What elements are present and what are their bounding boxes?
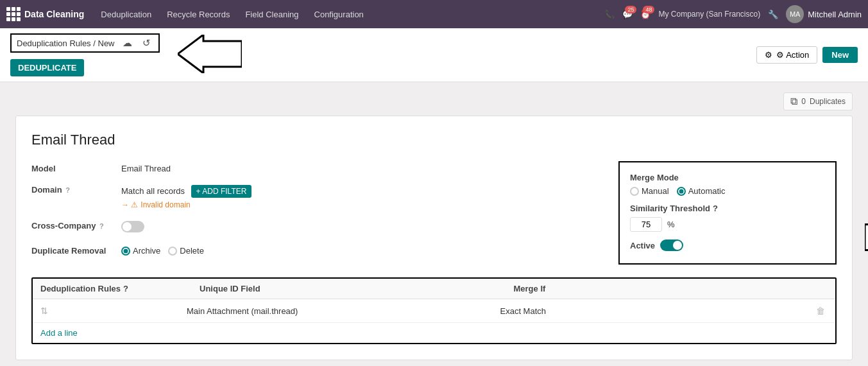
- cross-company-field-row: Cross-Company ?: [31, 218, 593, 234]
- domain-value: Match all records + ADD FILTER → ⚠ Inval…: [121, 182, 593, 209]
- manual-radio[interactable]: Manual: [630, 186, 669, 196]
- form-body: Model Email Thread Domain ? Match all re…: [31, 161, 837, 265]
- merge-mode-radio-group: Manual Automatic: [630, 186, 825, 196]
- form-card: Email Thread Model Email Thread Domain ?…: [15, 116, 853, 360]
- uid-field-value[interactable]: Main Attachment (mail.thread): [182, 306, 500, 316]
- archive-label: Archive: [133, 246, 160, 256]
- dedup-table-header: Deduplication Rules ? Unique ID Field Me…: [33, 279, 835, 299]
- chat-badge: 25: [625, 6, 636, 13]
- cross-company-help-icon[interactable]: ?: [99, 222, 104, 230]
- similarity-row: Similarity Threshold ? %: [630, 204, 825, 232]
- col-rules-header: Deduplication Rules ?: [40, 284, 194, 293]
- delete-radio[interactable]: Delete: [168, 246, 204, 256]
- phone-icon: 📞: [604, 10, 615, 19]
- domain-label: Domain ?: [31, 182, 121, 195]
- duplicates-widget[interactable]: ⧉ 0 Duplicates: [783, 92, 853, 110]
- undo-button[interactable]: ↺: [140, 36, 153, 50]
- active-label: Active: [630, 241, 655, 250]
- manual-label: Manual: [642, 186, 669, 196]
- duplicates-bar: ⧉ 0 Duplicates: [15, 92, 853, 110]
- main-content: ⧉ 0 Duplicates Email Thread Model Email …: [0, 82, 868, 366]
- active-toggle[interactable]: [660, 240, 683, 251]
- breadcrumb-current: New: [98, 39, 115, 48]
- delete-radio-indicator: [168, 247, 177, 256]
- add-filter-button[interactable]: + ADD FILTER: [191, 185, 252, 198]
- automatic-radio[interactable]: Automatic: [677, 186, 726, 196]
- avatar: MA: [786, 5, 804, 23]
- domain-help-icon[interactable]: ?: [65, 186, 70, 194]
- dedup-rules-help-icon[interactable]: ?: [123, 284, 128, 293]
- delete-row-button[interactable]: 🗑: [813, 304, 828, 317]
- cross-company-toggle[interactable]: [121, 221, 144, 232]
- cross-company-value: [121, 218, 593, 234]
- domain-match-text: Match all records: [121, 186, 185, 196]
- menu-field-cleaning[interactable]: Field Cleaning: [239, 7, 305, 22]
- phone-icon-btn[interactable]: 📞: [604, 10, 615, 19]
- tools-icon-btn[interactable]: 🔧: [768, 10, 778, 19]
- form-left: Model Email Thread Domain ? Match all re…: [31, 161, 593, 265]
- duplicates-count: 0: [801, 97, 806, 106]
- left-arrow-annotation: [178, 35, 242, 75]
- delete-label: Delete: [180, 246, 204, 256]
- duplicate-removal-field-row: Duplicate Removal Archive Delete: [31, 243, 593, 256]
- add-line-row: Add a line: [33, 323, 835, 343]
- warning-icon: → ⚠: [121, 200, 138, 209]
- col-merge-header: Merge If: [514, 284, 828, 293]
- automatic-radio-indicator: [677, 187, 686, 196]
- active-row: Active: [630, 240, 825, 251]
- add-line-button[interactable]: Add a line: [40, 328, 78, 338]
- dedup-rules-section: Deduplication Rules ? Unique ID Field Me…: [31, 277, 837, 344]
- similarity-value-row: %: [630, 217, 825, 232]
- app-name: Data Cleaning: [24, 9, 84, 19]
- copy-icon: ⧉: [790, 96, 797, 107]
- page-title: Email Thread: [31, 132, 837, 148]
- breadcrumb-separator: /: [93, 39, 96, 48]
- top-menu: Deduplication Recycle Records Field Clea…: [94, 7, 604, 22]
- merge-if-value[interactable]: Exact Match: [500, 306, 814, 316]
- deduplicate-wrapper: DEDUPLICATE: [10, 57, 160, 76]
- menu-configuration[interactable]: Configuration: [308, 7, 370, 22]
- breadcrumb-bar: Deduplication Rules / New ☁ ↺ DEDUPLICAT…: [0, 28, 868, 82]
- user-menu[interactable]: MA Mitchell Admin: [786, 5, 862, 23]
- model-value: Email Thread: [121, 161, 593, 173]
- form-right: Merge Mode Manual Automatic: [618, 161, 837, 265]
- duplicate-removal-radio-group: Archive Delete: [121, 246, 593, 256]
- chat-icon-btn[interactable]: 💬 25: [622, 10, 633, 19]
- similarity-help-icon[interactable]: ?: [713, 204, 718, 213]
- menu-recycle-records[interactable]: Recycle Records: [160, 7, 236, 22]
- grid-icon: [6, 7, 21, 21]
- top-navigation: Data Cleaning Deduplication Recycle Reco…: [0, 0, 868, 28]
- top-nav-right: 📞 💬 25 ⏰ 48 My Company (San Francisco) 🔧…: [604, 5, 862, 23]
- cross-company-label: Cross-Company ?: [31, 218, 121, 231]
- model-label: Model: [31, 161, 121, 173]
- menu-deduplication[interactable]: Deduplication: [94, 7, 158, 22]
- duplicate-removal-value: Archive Delete: [121, 243, 593, 256]
- model-field-row: Model Email Thread: [31, 161, 593, 173]
- breadcrumb: Deduplication Rules / New: [17, 39, 115, 48]
- breadcrumb-left: Deduplication Rules / New ☁ ↺ DEDUPLICAT…: [10, 33, 242, 76]
- clock-icon-btn[interactable]: ⏰ 48: [640, 10, 651, 19]
- deduplicate-button[interactable]: DEDUPLICATE: [10, 59, 84, 76]
- archive-radio-indicator: [121, 247, 130, 256]
- drag-handle-icon[interactable]: ⇅: [40, 306, 53, 316]
- breadcrumb-outline: Deduplication Rules / New ☁ ↺: [10, 33, 160, 53]
- tools-icon: 🔧: [768, 10, 778, 19]
- warning-text: Invalid domain: [140, 200, 190, 209]
- action-button[interactable]: ⚙ ⚙ Action: [756, 46, 817, 64]
- domain-warning: → ⚠ Invalid domain: [121, 200, 593, 209]
- breadcrumb-link[interactable]: Deduplication Rules: [17, 39, 91, 48]
- similarity-input[interactable]: [630, 217, 662, 232]
- table-row: ⇅ Main Attachment (mail.thread) Exact Ma…: [33, 299, 835, 323]
- clock-badge: 48: [643, 6, 654, 13]
- archive-radio[interactable]: Archive: [121, 246, 160, 256]
- action-label: ⚙ Action: [776, 50, 809, 60]
- company-name: My Company (San Francisco): [658, 10, 760, 19]
- app-logo[interactable]: Data Cleaning: [6, 7, 84, 21]
- new-button[interactable]: New: [822, 47, 858, 63]
- similarity-label: Similarity Threshold ?: [630, 204, 825, 213]
- col-uid-header: Unique ID Field: [194, 284, 514, 293]
- gear-icon: ⚙: [765, 50, 772, 60]
- merge-mode-row: Merge Mode Manual Automatic: [630, 173, 825, 196]
- svg-marker-1: [865, 218, 868, 256]
- save-cloud-button[interactable]: ☁: [120, 36, 135, 50]
